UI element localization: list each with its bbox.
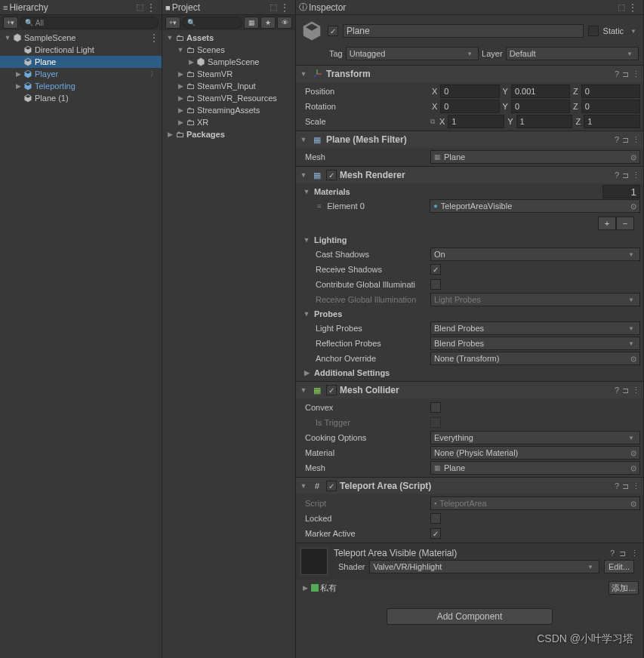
hierarchy-item[interactable]: ▶Player〉 xyxy=(0,68,162,80)
position-z-field[interactable]: 0 xyxy=(581,85,640,98)
light-probes-dropdown[interactable]: Blend Probes▼ xyxy=(430,321,640,335)
remove-element-button[interactable]: − xyxy=(616,217,634,230)
tag-dropdown[interactable]: Untagged▼ xyxy=(346,47,479,60)
help-icon[interactable]: ? xyxy=(615,69,619,79)
gameobject-icon[interactable] xyxy=(300,20,323,42)
hierarchy-item[interactable]: Directional Light xyxy=(0,44,162,56)
rotation-y-field[interactable]: 0 xyxy=(511,100,570,113)
rotation-x-field[interactable]: 0 xyxy=(440,100,499,113)
object-picker-icon[interactable]: ⊙ xyxy=(630,202,636,211)
hidden-button[interactable]: 👁 xyxy=(277,17,292,29)
hierarchy-item[interactable]: Plane (1) xyxy=(0,92,162,104)
additional-settings-header[interactable]: ▶Additional Settings xyxy=(299,366,640,380)
add-element-button[interactable]: + xyxy=(598,217,616,230)
teleport-area-header[interactable]: ▼ # ✓ Teleport Area (Script) ?⊐⋮ xyxy=(296,478,643,494)
preset-icon[interactable]: ⊐ xyxy=(622,171,629,180)
lock-icon[interactable]: ⬚ xyxy=(618,2,625,12)
rotation-z-field[interactable]: 0 xyxy=(581,100,640,113)
teleport-area-enabled-checkbox[interactable]: ✓ xyxy=(326,481,337,491)
hierarchy-menu-icon[interactable]: ⋮ xyxy=(143,2,159,13)
help-icon[interactable]: ? xyxy=(610,549,615,558)
material-preview[interactable] xyxy=(300,548,328,575)
layer-dropdown[interactable]: Default▼ xyxy=(506,47,639,60)
preset-icon[interactable]: ⊐ xyxy=(622,69,629,79)
contribute-gi-checkbox[interactable] xyxy=(430,279,441,290)
preset-icon[interactable]: ⊐ xyxy=(622,386,629,395)
object-name-field[interactable]: Plane xyxy=(343,24,584,38)
scale-x-field[interactable]: 1 xyxy=(448,115,504,128)
mesh-collider-header[interactable]: ▼ ▦ ✓ Mesh Collider ?⊐⋮ xyxy=(296,382,643,398)
project-tree[interactable]: ▼🗀Assets▼🗀Scenes▶SampleScene▶🗀SteamVR▶🗀S… xyxy=(162,30,295,658)
collapse-arrow-icon[interactable]: ▼ xyxy=(299,386,308,394)
help-icon[interactable]: ? xyxy=(615,481,619,491)
hierarchy-item[interactable]: ▼SampleScene⋮ xyxy=(0,32,162,44)
mesh-renderer-header[interactable]: ▼ ▦ ✓ Mesh Renderer ?⊐⋮ xyxy=(296,167,643,183)
cooking-options-dropdown[interactable]: Everything▼ xyxy=(430,431,640,444)
project-search-input[interactable]: 🔍 xyxy=(182,17,242,29)
favorite-button[interactable]: ★ xyxy=(260,17,276,29)
physic-material-field[interactable]: None (Physic Material)⊙ xyxy=(430,446,640,460)
collapse-arrow-icon[interactable]: ▼ xyxy=(299,482,308,490)
preset-icon[interactable]: ⊐ xyxy=(622,481,629,491)
materials-header[interactable]: ▼Materials xyxy=(299,185,640,198)
scale-y-field[interactable]: 1 xyxy=(516,115,573,128)
create-button[interactable]: +▾ xyxy=(3,17,18,29)
hierarchy-tree[interactable]: ▼SampleScene⋮Directional LightPlane▶Play… xyxy=(0,30,162,658)
menu-icon[interactable]: ⋮ xyxy=(632,481,640,491)
menu-icon[interactable]: ⋮ xyxy=(632,135,640,145)
anchor-override-field[interactable]: None (Transform)⊙ xyxy=(430,352,640,365)
active-checkbox[interactable]: ✓ xyxy=(328,26,338,36)
reflection-probes-dropdown[interactable]: Blend Probes▼ xyxy=(430,337,640,350)
object-picker-icon[interactable]: ⊙ xyxy=(630,153,636,161)
collider-mesh-field[interactable]: ▦Plane⊙ xyxy=(430,461,640,475)
collapse-arrow-icon[interactable]: ▼ xyxy=(299,136,308,143)
project-item[interactable]: ▶🗀Packages xyxy=(162,128,295,140)
lock-icon[interactable]: ⬚ xyxy=(136,2,143,12)
menu-icon[interactable]: ⋮ xyxy=(632,171,640,180)
project-item[interactable]: ▶🗀StreamingAssets xyxy=(162,104,295,116)
inspector-menu-icon[interactable]: ⋮ xyxy=(625,2,640,13)
edit-button[interactable]: Edit... xyxy=(604,560,634,573)
help-icon[interactable]: ? xyxy=(615,386,619,395)
convex-checkbox[interactable] xyxy=(430,402,441,413)
constrain-icon[interactable]: ⧉ xyxy=(430,118,435,126)
static-checkbox[interactable] xyxy=(588,26,599,36)
hierarchy-item[interactable]: Plane xyxy=(0,56,162,68)
receive-shadows-checkbox[interactable]: ✓ xyxy=(430,264,441,275)
object-picker-icon[interactable]: ⊙ xyxy=(630,355,636,363)
menu-icon[interactable]: ⋮ xyxy=(632,386,640,395)
project-item[interactable]: ▶🗀SteamVR_Resources xyxy=(162,92,295,104)
add-component-button[interactable]: Add Component xyxy=(387,608,553,625)
collapse-arrow-icon[interactable]: ▼ xyxy=(299,70,308,78)
materials-count-field[interactable] xyxy=(602,185,640,198)
preset-icon[interactable]: ⊐ xyxy=(622,135,629,145)
project-item[interactable]: ▶SampleScene xyxy=(162,56,295,68)
object-picker-icon[interactable]: ⊙ xyxy=(630,449,636,457)
mesh-filter-header[interactable]: ▼ ▦ Plane (Mesh Filter) ?⊐⋮ xyxy=(296,131,643,148)
scale-z-field[interactable]: 1 xyxy=(584,115,640,128)
cast-shadows-dropdown[interactable]: On▼ xyxy=(430,248,640,261)
project-item[interactable]: ▼🗀Assets xyxy=(162,32,295,44)
element0-field[interactable]: ●TeleportAreaVisible⊙ xyxy=(430,199,640,213)
hierarchy-item[interactable]: ▶Teleporting xyxy=(0,80,162,92)
collapse-arrow-icon[interactable]: ▼ xyxy=(299,171,308,179)
marker-active-checkbox[interactable]: ✓ xyxy=(430,528,441,539)
position-y-field[interactable]: 0.001 xyxy=(511,85,570,98)
mesh-renderer-enabled-checkbox[interactable]: ✓ xyxy=(326,170,337,180)
menu-icon[interactable]: ⋮ xyxy=(632,69,640,79)
project-item[interactable]: ▶🗀SteamVR_Input xyxy=(162,80,295,92)
shader-dropdown[interactable]: Valve/VR/Highlight▼ xyxy=(369,560,599,573)
static-dropdown-arrow[interactable]: ▼ xyxy=(628,28,639,35)
position-x-field[interactable]: 0 xyxy=(440,85,499,98)
project-item[interactable]: ▶🗀SteamVR xyxy=(162,68,295,80)
add-button[interactable]: 添加... xyxy=(609,581,639,595)
mesh-field[interactable]: ▦Plane⊙ xyxy=(430,150,640,164)
create-button[interactable]: +▾ xyxy=(165,17,180,29)
help-icon[interactable]: ? xyxy=(615,171,619,180)
preset-icon[interactable]: ⊐ xyxy=(619,549,626,558)
mesh-collider-enabled-checkbox[interactable]: ✓ xyxy=(326,385,337,395)
hierarchy-search-input[interactable]: 🔍 All xyxy=(20,17,159,29)
locked-checkbox[interactable] xyxy=(430,513,441,524)
lighting-header[interactable]: ▼Lighting xyxy=(299,233,640,247)
menu-icon[interactable]: ⋮ xyxy=(630,549,639,558)
